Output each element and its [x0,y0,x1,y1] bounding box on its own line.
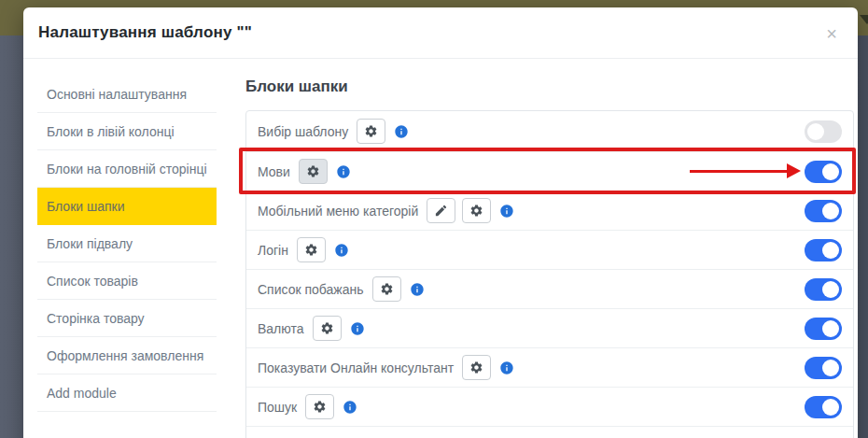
info-icon[interactable] [350,321,365,336]
info-icon[interactable] [336,164,351,179]
sidebar-item-footer-blocks[interactable]: Блоки підвалу [37,225,217,262]
toggle-switch[interactable] [805,239,842,261]
toggle-knob [807,123,824,140]
toggle-knob [822,281,839,298]
block-row-wishlist: Список побажань [246,269,853,308]
toggle-knob [822,320,839,337]
gear-button[interactable] [297,237,326,262]
modal-body: Основні налаштування Блоки в лівій колон… [23,59,858,438]
gear-icon [306,164,320,178]
row-label: Мобільний меню категорій [258,204,418,219]
sidebar-item-product-page[interactable]: Сторінка товару [37,300,217,337]
row-label: Мови [258,164,290,179]
row-label: Показувати Онлайн консультант [258,360,454,375]
gear-icon [364,124,378,138]
template-settings-modal: Налаштування шаблону "" × Основні налашт… [23,7,858,438]
edit-button[interactable] [427,198,455,223]
info-icon[interactable] [499,360,514,375]
gear-icon [313,400,327,414]
sidebar-item-product-list[interactable]: Список товарів [37,262,217,300]
gear-icon [469,360,483,374]
toggle-switch[interactable] [805,318,842,340]
toggle-switch[interactable] [805,278,842,301]
gear-button[interactable] [313,316,342,341]
toggle-switch[interactable] [805,200,842,222]
toggle-knob [822,163,839,180]
gear-button[interactable] [357,119,385,144]
gear-icon [304,243,318,257]
block-row-partial [246,426,853,438]
sidebar: Основні налаштування Блоки в лівій колон… [37,76,217,438]
block-row-online-consultant: Показувати Онлайн консультант [246,347,853,387]
gear-button[interactable] [462,198,491,223]
row-label: Вибір шаблону [258,124,348,139]
block-row-template-choice: Вибір шаблону [246,111,853,151]
block-row-search: Пошук [246,387,853,426]
sidebar-item-home-page-blocks[interactable]: Блоки на головній сторінці [37,150,217,188]
info-icon[interactable] [410,282,425,297]
row-label: Пошук [258,400,297,415]
toggle-knob [822,203,839,219]
toggle-knob [822,242,839,259]
toggle-switch[interactable] [805,161,842,183]
toggle-switch[interactable] [805,357,842,379]
toggle-knob [822,360,839,376]
info-icon[interactable] [334,243,349,258]
close-icon[interactable]: × [826,24,837,43]
gear-button[interactable] [299,159,328,184]
gear-icon [469,204,483,218]
gear-button[interactable] [372,276,401,302]
modal-header: Налаштування шаблону "" × [23,7,858,59]
info-icon[interactable] [394,124,409,139]
toggle-knob [822,399,839,416]
row-label: Валюта [258,321,304,336]
modal-title: Налаштування шаблону "" [38,23,835,42]
row-label: Список побажань [258,282,364,297]
info-icon[interactable] [343,400,357,415]
toggle-switch[interactable] [805,120,842,143]
block-row-currency: Валюта [246,308,853,347]
toggle-switch[interactable] [805,396,842,418]
sidebar-item-left-column-blocks[interactable]: Блоки в лівій колонці [37,113,217,150]
sidebar-item-checkout[interactable]: Оформлення замовлення [37,337,217,374]
sidebar-item-general-settings[interactable]: Основні налаштування [37,76,217,113]
dropdown-caret-icon [860,15,868,24]
gear-button[interactable] [462,355,491,380]
block-row-languages: Мови [246,151,853,191]
sidebar-item-header-blocks[interactable]: Блоки шапки [37,188,217,225]
info-icon[interactable] [499,204,514,219]
gear-button[interactable] [305,394,334,419]
gear-icon [320,321,334,335]
block-row-mobile-category-menu: Мобільний меню категорій [246,191,853,230]
row-label: Логін [258,243,288,258]
gear-icon [380,282,394,296]
section-heading: Блоки шапки [245,78,854,96]
sidebar-item-add-module[interactable]: Add module [37,374,217,412]
main-content: Блоки шапки Вибір шаблону Мови [245,76,854,438]
pencil-icon [434,204,448,218]
block-row-login: Логін [246,230,853,269]
header-blocks-panel: Вибір шаблону Мови [245,110,854,438]
